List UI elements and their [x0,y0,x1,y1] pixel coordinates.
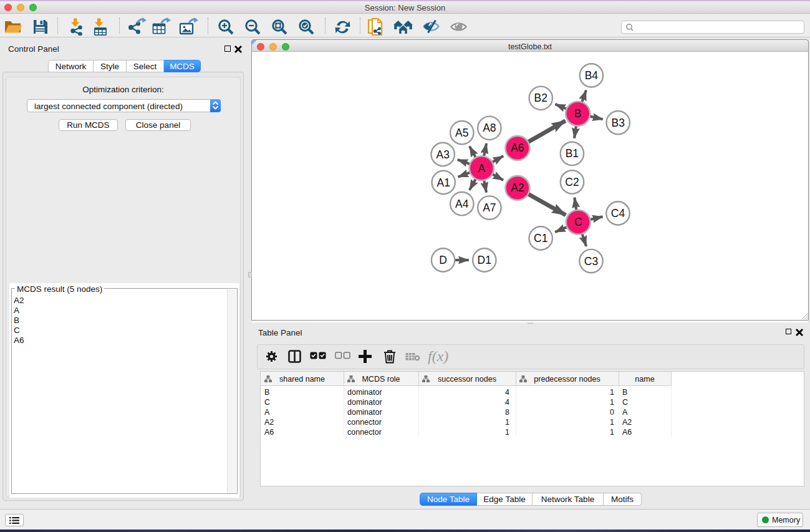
svg-text:D1: D1 [478,254,491,266]
svg-text:B2: B2 [534,92,547,104]
svg-text:A4: A4 [455,198,469,210]
svg-text:C: C [574,216,582,228]
svg-text:B1: B1 [566,147,579,160]
svg-text:C1: C1 [534,232,547,244]
svg-text:A3: A3 [436,148,449,161]
svg-text:D: D [439,254,447,266]
svg-text:A5: A5 [455,127,468,139]
svg-text:C3: C3 [584,255,598,268]
svg-text:B: B [574,107,582,120]
svg-text:A7: A7 [483,201,496,214]
svg-text:B4: B4 [585,69,599,82]
svg-text:B3: B3 [611,117,624,129]
svg-text:C2: C2 [565,176,579,188]
svg-text:A2: A2 [511,181,524,194]
svg-text:A1: A1 [436,177,450,189]
svg-text:C4: C4 [611,207,625,220]
svg-text:A: A [478,162,485,175]
svg-text:A6: A6 [511,142,524,154]
svg-text:A8: A8 [483,122,496,134]
